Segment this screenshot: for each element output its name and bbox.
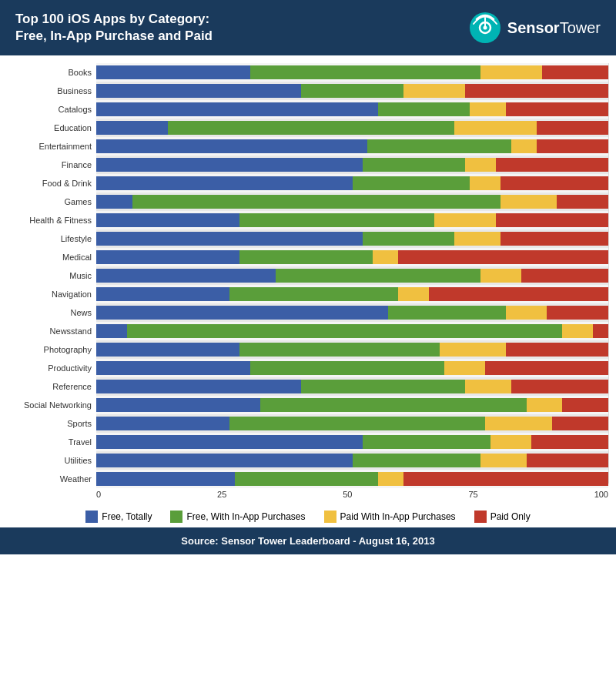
legend-color-box: [85, 511, 98, 523]
legend-label: Paid Only: [490, 511, 531, 522]
bar-segment: [363, 232, 455, 246]
y-label: Lifestyle: [8, 229, 96, 248]
bar-segment: [239, 343, 439, 357]
bar-segment: [531, 435, 608, 449]
bar-row: [96, 377, 608, 396]
bar-segment: [465, 158, 496, 172]
legend-label: Free, Totally: [102, 511, 152, 522]
bar-segment: [378, 472, 403, 486]
bar-segment: [562, 398, 608, 412]
bar-segment: [378, 102, 470, 116]
x-axis-label: 0: [96, 490, 101, 499]
y-label: Finance: [8, 156, 96, 174]
y-label: Productivity: [8, 359, 96, 377]
bar-segment: [470, 176, 500, 190]
bar-segment: [388, 306, 506, 320]
bar-row: [96, 396, 608, 414]
bar-segment: [485, 361, 608, 375]
bar-row: [96, 470, 608, 488]
bar-segment: [496, 213, 608, 227]
bar-segment: [96, 65, 250, 79]
bar-segment: [96, 417, 229, 430]
bar-row: [96, 433, 608, 451]
bar-segment: [511, 139, 537, 153]
bar-row: [96, 266, 608, 285]
bar-row: [96, 174, 608, 192]
bar-row: [96, 303, 608, 322]
bar-row: [96, 82, 608, 100]
bar-segment: [96, 176, 353, 190]
bar-segment: [301, 380, 465, 393]
bar-segment: [542, 65, 608, 79]
bars-section: 0255075100: [96, 63, 608, 499]
bar-segment: [490, 435, 531, 449]
bar-row: [96, 192, 608, 211]
bar-segment: [429, 287, 608, 301]
bar-row: [96, 359, 608, 377]
bar-segment: [260, 398, 527, 412]
bar-row: [96, 285, 608, 303]
bar-segment: [96, 195, 132, 209]
legend-item: Free, Totally: [85, 511, 152, 523]
bar-segment: [470, 102, 506, 116]
bar-segment: [398, 287, 429, 301]
sensortower-logo-icon: [469, 12, 501, 44]
bar-segment: [557, 195, 608, 209]
header-title: Top 100 iOS Apps by Category:Free, In-Ap…: [15, 11, 213, 45]
bar-row: [96, 119, 608, 137]
bar-segment: [593, 324, 608, 338]
bar-segment: [500, 195, 557, 209]
bar-segment: [96, 232, 363, 246]
bar-segment: [363, 158, 465, 172]
y-label: Social Networking: [8, 396, 96, 414]
y-label: Books: [8, 63, 96, 82]
bar-segment: [96, 398, 260, 412]
bar-segment: [440, 343, 506, 357]
bar-segment: [506, 343, 608, 357]
logo-text: SensorTower: [507, 19, 601, 37]
bar-segment: [250, 361, 445, 375]
y-label: Food & Drink: [8, 174, 96, 192]
x-axis-label: 100: [594, 490, 608, 499]
bar-segment: [403, 472, 608, 486]
bar-segment: [250, 65, 480, 79]
bar-segment: [96, 435, 363, 449]
bar-segment: [235, 472, 378, 486]
y-label: Music: [8, 266, 96, 285]
x-axis: 0255075100: [96, 488, 608, 499]
bar-segment: [168, 121, 454, 135]
bar-row: [96, 156, 608, 174]
header: Top 100 iOS Apps by Category:Free, In-Ap…: [0, 0, 616, 55]
bar-segment: [480, 454, 527, 467]
y-label: Education: [8, 119, 96, 137]
bar-segment: [96, 287, 229, 301]
y-label: Newsstand: [8, 322, 96, 340]
bar-segment: [465, 380, 511, 393]
y-label: Photography: [8, 340, 96, 359]
y-label: News: [8, 303, 96, 322]
y-label: Health & Fitness: [8, 211, 96, 229]
bar-row: [96, 322, 608, 340]
bar-segment: [96, 84, 301, 98]
bar-segment: [96, 250, 239, 264]
bar-segment: [96, 269, 276, 283]
bar-segment: [496, 158, 608, 172]
bar-segment: [500, 232, 608, 246]
bar-row: [96, 451, 608, 470]
y-label: Games: [8, 192, 96, 211]
bar-segment: [96, 121, 168, 135]
bar-segment: [96, 102, 378, 116]
logo-area: SensorTower: [469, 12, 601, 44]
legend-label: Free, With In-App Purchases: [186, 511, 305, 522]
y-label: Utilities: [8, 451, 96, 470]
y-label: Travel: [8, 433, 96, 451]
bar-segment: [434, 213, 496, 227]
bar-segment: [96, 158, 363, 172]
bar-segment: [363, 435, 490, 449]
y-axis-labels: BooksBusinessCatalogsEducationEntertainm…: [8, 63, 96, 499]
bar-segment: [373, 250, 398, 264]
y-label: Navigation: [8, 285, 96, 303]
x-axis-label: 50: [343, 490, 352, 499]
bar-segment: [96, 361, 250, 375]
bar-segment: [454, 232, 500, 246]
